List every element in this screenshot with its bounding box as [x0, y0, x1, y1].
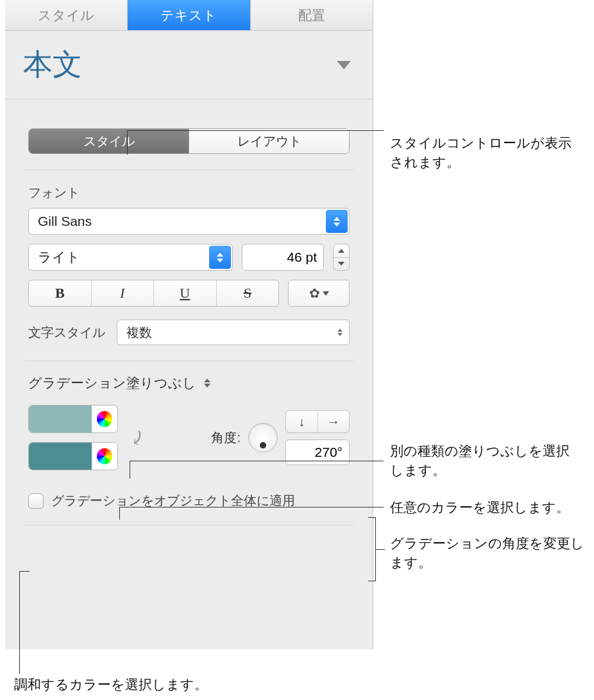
color-swatch[interactable]	[29, 405, 92, 432]
gradient-color-1-well[interactable]	[28, 405, 118, 433]
angle-label: 角度:	[211, 429, 241, 447]
font-family-value: Gill Sans	[38, 214, 92, 229]
paragraph-style-name: 本文	[23, 45, 82, 85]
direction-vertical-button[interactable]: ↓	[286, 411, 318, 432]
callout-angle: グラデーションの角度を変更します。	[390, 534, 589, 573]
stepper-down[interactable]	[334, 257, 349, 271]
callout-leader	[130, 461, 130, 479]
angle-value: 270°	[315, 445, 343, 460]
fill-type-dropdown[interactable]: グラデーション塗りつぶし	[5, 361, 373, 402]
bold-button[interactable]: B	[29, 280, 91, 306]
character-style-dropdown[interactable]: 複数	[117, 320, 350, 345]
dropdown-arrows-icon	[204, 379, 210, 388]
dropdown-arrows-icon	[337, 329, 343, 336]
callout-any-color: 任意のカラーを選択します。	[390, 498, 593, 517]
inspector-top-tabs: スタイル テキスト 配置	[5, 0, 373, 31]
font-size-stepper[interactable]	[333, 244, 350, 271]
gradient-direction-buttons: ↓ →	[285, 410, 350, 433]
tab-arrange[interactable]: 配置	[251, 0, 373, 30]
font-size-value: 46 pt	[287, 250, 317, 265]
stepper-up[interactable]	[334, 244, 349, 257]
callout-style-controls: スタイルコントロールが表示されます。	[390, 133, 582, 173]
callout-leader	[19, 571, 30, 572]
callout-leader	[376, 549, 385, 550]
apply-to-whole-object-checkbox[interactable]	[28, 493, 44, 509]
color-swatch[interactable]	[29, 443, 92, 470]
gradient-color-2-well[interactable]	[28, 442, 118, 470]
font-section-label: フォント	[5, 170, 373, 208]
font-weight-value: ライト	[38, 248, 80, 266]
color-wheel-icon[interactable]	[97, 411, 112, 427]
callout-leader	[130, 461, 384, 461]
font-weight-dropdown[interactable]: ライト	[28, 244, 233, 271]
tab-style[interactable]: スタイル	[5, 0, 128, 30]
color-wheel-icon[interactable]	[97, 448, 112, 464]
dropdown-arrows-icon	[209, 246, 231, 269]
font-family-dropdown[interactable]: Gill Sans	[28, 208, 350, 235]
direction-horizontal-button[interactable]: →	[318, 411, 350, 432]
callout-bracket	[368, 517, 376, 581]
text-subtab-segmented: スタイル レイアウト	[28, 128, 350, 154]
paragraph-style-picker[interactable]: 本文	[5, 31, 373, 99]
underline-button[interactable]: U	[153, 280, 216, 306]
angle-indicator-icon	[260, 442, 266, 448]
subtab-style[interactable]: スタイル	[29, 129, 189, 153]
gear-icon: ✿	[309, 286, 320, 301]
italic-button[interactable]: I	[91, 280, 154, 306]
angle-field[interactable]: 270°	[285, 440, 350, 465]
callout-fill-type: 別の種類の塗りつぶしを選択します。	[390, 441, 582, 481]
callout-leader	[119, 507, 120, 520]
dropdown-arrows-icon	[326, 210, 348, 233]
font-size-field[interactable]: 46 pt	[242, 244, 324, 271]
callout-leader	[119, 507, 384, 508]
text-style-buttons: B I U S	[28, 280, 279, 307]
strikethrough-button[interactable]: S	[216, 280, 279, 306]
chevron-down-icon	[337, 61, 351, 69]
character-style-label: 文字スタイル	[28, 324, 105, 341]
angle-dial[interactable]	[248, 423, 278, 452]
subtab-layout[interactable]: レイアウト	[189, 129, 349, 153]
swap-colors-icon[interactable]: ⤸	[127, 425, 148, 450]
callout-matching-color: 調和するカラーを選択します。	[14, 675, 208, 694]
tab-text[interactable]: テキスト	[128, 0, 250, 30]
advanced-options-button[interactable]: ✿	[288, 280, 350, 307]
callout-leader	[19, 571, 20, 674]
character-style-value: 複数	[126, 324, 152, 341]
format-inspector-panel: スタイル テキスト 配置 本文 スタイル レイアウト フォント Gill San…	[5, 0, 373, 649]
fill-type-value: グラデーション塗りつぶし	[28, 374, 196, 392]
callout-leader	[127, 130, 384, 131]
callout-leader	[127, 130, 128, 155]
chevron-down-icon	[323, 291, 329, 296]
